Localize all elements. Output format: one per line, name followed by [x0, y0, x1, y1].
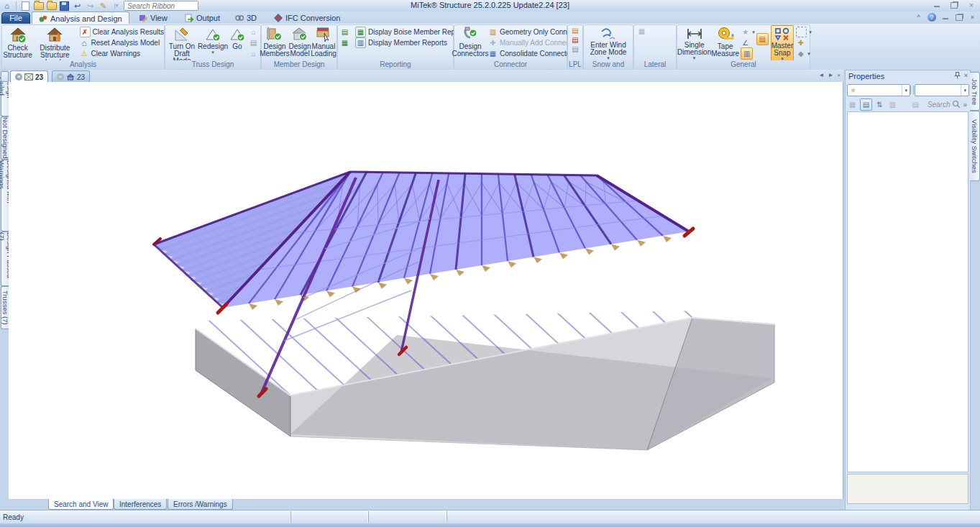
- right-tab-job-tree[interactable]: Job Tree: [970, 72, 980, 111]
- restore-icon[interactable]: [948, 1, 960, 9]
- group-view-icon[interactable]: ▥: [887, 99, 898, 110]
- clear-analysis-results-button[interactable]: ✗ Clear Analysis Results: [80, 27, 164, 37]
- button-label: Display Member Reports: [368, 39, 447, 47]
- button-label: Check Structure: [2, 45, 33, 59]
- tab-3d[interactable]: 3D: [229, 12, 263, 24]
- button-label: Single Dimension: [677, 42, 711, 56]
- button-label: Design Connectors: [452, 43, 488, 58]
- tab-ifc-conversion[interactable]: IFC Conversion: [267, 12, 347, 24]
- redesign-button[interactable]: Redesign ▾: [198, 25, 227, 61]
- close-tab-icon[interactable]: ×: [57, 73, 64, 81]
- close-icon[interactable]: ×: [966, 1, 977, 9]
- check-structure-button[interactable]: Check Structure: [2, 25, 33, 61]
- design-connectors-button[interactable]: Design Connectors: [454, 25, 486, 61]
- report-icon: ▦: [340, 38, 349, 47]
- master-snap-icon: [774, 27, 790, 42]
- house-distribute-icon: [46, 27, 63, 44]
- tab-analysis-and-design[interactable]: Analysis and Design: [32, 12, 129, 24]
- ribbon-group-general: Single Dimension ▾ Tape Measure ★▾ ∠: [677, 24, 810, 70]
- right-tab-visibility-switches[interactable]: Visibility Switches: [970, 111, 980, 181]
- ribbon-window-controls: ^ ? ×: [914, 13, 977, 22]
- close-document-icon[interactable]: ×: [837, 72, 841, 78]
- turn-on-draft-mode-button[interactable]: Turn On Draft Mode: [165, 25, 198, 61]
- mdi-close-icon[interactable]: ×: [968, 13, 977, 22]
- doc-tab-label: 23: [77, 73, 85, 81]
- wind-zone-icon: [600, 27, 617, 41]
- mdi-minimize-icon[interactable]: [940, 13, 950, 22]
- truss-tool-2-button[interactable]: ▤: [249, 37, 258, 48]
- bottom-tab-errors-warnings[interactable]: Errors /Warnings: [168, 499, 233, 510]
- properties-search-input[interactable]: Search: [923, 101, 951, 109]
- display-member-reports-button[interactable]: ▥ Display Member Reports: [355, 37, 467, 48]
- status-segment: [288, 511, 369, 523]
- close-tab-icon[interactable]: ×: [15, 73, 22, 81]
- search-icon[interactable]: [952, 100, 961, 109]
- snap-db-button[interactable]: ▥: [741, 48, 755, 59]
- manual-loading-button[interactable]: Manual Loading: [312, 25, 335, 61]
- sort-az-icon[interactable]: ⇅: [874, 99, 885, 110]
- single-dimension-button[interactable]: Single Dimension ▾: [677, 25, 711, 61]
- dropdown-icon: ▾: [809, 30, 812, 34]
- master-snap-button[interactable]: Master Snap ▾: [771, 25, 794, 63]
- scroll-tabs-left-icon[interactable]: ◄: [818, 72, 824, 78]
- angle-tool-button[interactable]: ∠: [741, 37, 755, 48]
- design-members-button[interactable]: Design Members: [262, 25, 288, 61]
- minimize-icon[interactable]: [931, 1, 943, 9]
- window-controls: ×: [931, 1, 977, 9]
- window-title: MiTek® Structure 25.2.0.225 Update2.24 […: [0, 1, 980, 9]
- detail-view-icon[interactable]: ▤: [860, 98, 872, 111]
- categorize-icon[interactable]: ▦: [847, 99, 858, 110]
- model-canvas[interactable]: [9, 82, 843, 499]
- bottom-tab-search-and-view[interactable]: Search and View: [48, 499, 114, 510]
- truss-tool-1-button[interactable]: ⌂: [249, 27, 258, 37]
- tab-label: Output: [196, 14, 220, 22]
- doc-tab-plot[interactable]: × 23: [10, 70, 48, 83]
- doc-tab-model[interactable]: × 23: [52, 70, 90, 83]
- brush-tool-button[interactable]: ◆▾: [796, 48, 812, 59]
- go-button[interactable]: Go: [227, 25, 247, 61]
- combo-splitter[interactable]: [910, 86, 914, 94]
- tape-measure-button[interactable]: Tape Measure: [711, 25, 739, 61]
- rafter-tail: [637, 240, 646, 247]
- tab-view[interactable]: View: [132, 12, 174, 24]
- design-model-button[interactable]: Design Model: [288, 25, 312, 61]
- toolbar-overflow-icon[interactable]: »: [963, 101, 967, 109]
- snap-tool-1-button[interactable]: ★▾: [741, 27, 755, 37]
- report-tool-2-button[interactable]: ▦: [340, 37, 349, 48]
- reset-analysis-model-button[interactable]: ⌂ Reset Analysis Model: [80, 37, 164, 48]
- bottom-tab-interferences[interactable]: Interferences: [114, 499, 167, 510]
- magic-add-button[interactable]: ✚: [796, 37, 812, 48]
- group-label-connector: Connector: [454, 60, 567, 69]
- lpl-tool-2-icon[interactable]: ▤: [571, 35, 580, 45]
- rafter-tail: [275, 299, 283, 306]
- lateral-tool-icon[interactable]: ▦: [637, 27, 646, 36]
- right-tab-strip: Job Tree Visibility Switches: [969, 70, 980, 510]
- properties-list[interactable]: [847, 111, 968, 472]
- filter-icon[interactable]: ▤: [910, 99, 921, 110]
- doc-strip-button[interactable]: [1, 71, 9, 82]
- lpl-tool-1-icon[interactable]: ▤: [571, 26, 580, 35]
- tab-output[interactable]: Output: [178, 12, 226, 24]
- property-filter-combo[interactable]: ★ ▾: [847, 84, 910, 96]
- close-panel-icon[interactable]: ×: [964, 72, 968, 79]
- clear-warnings-button[interactable]: ⚠ Clear Warnings: [80, 48, 164, 59]
- property-value-combo[interactable]: ▾: [915, 84, 969, 96]
- ribbon-tab-row: File Analysis and Design View Output 3D …: [0, 12, 980, 24]
- boise-report-icon: ▦: [355, 27, 366, 37]
- pin-icon[interactable]: [954, 72, 961, 79]
- select-region-button[interactable]: ▾: [796, 27, 812, 37]
- button-label: Tape Measure: [711, 43, 739, 58]
- truss-tool-3-button[interactable]: ⌂: [249, 48, 258, 59]
- mdi-restore-icon[interactable]: [954, 13, 963, 22]
- display-boise-member-reports-button[interactable]: ▦ Display Boise Member Reports: [355, 27, 467, 37]
- document-tab-bar: × 23 × 23 ◄ ► ×: [9, 70, 843, 83]
- distribute-structure-loads-button[interactable]: Distribute Structure Loads: [33, 25, 76, 61]
- collapse-ribbon-icon[interactable]: ^: [914, 13, 923, 22]
- properties-title: Properties: [848, 72, 884, 81]
- snap-column-button[interactable]: ▤: [756, 34, 769, 45]
- scroll-tabs-right-icon[interactable]: ►: [828, 72, 833, 78]
- help-icon[interactable]: ?: [928, 13, 936, 22]
- report-tool-1-button[interactable]: ▤: [340, 27, 349, 37]
- lpl-tool-3-icon[interactable]: ▤: [571, 45, 580, 54]
- enter-wind-zone-mode-button[interactable]: Enter Wind Zone Mode ▾: [585, 25, 631, 61]
